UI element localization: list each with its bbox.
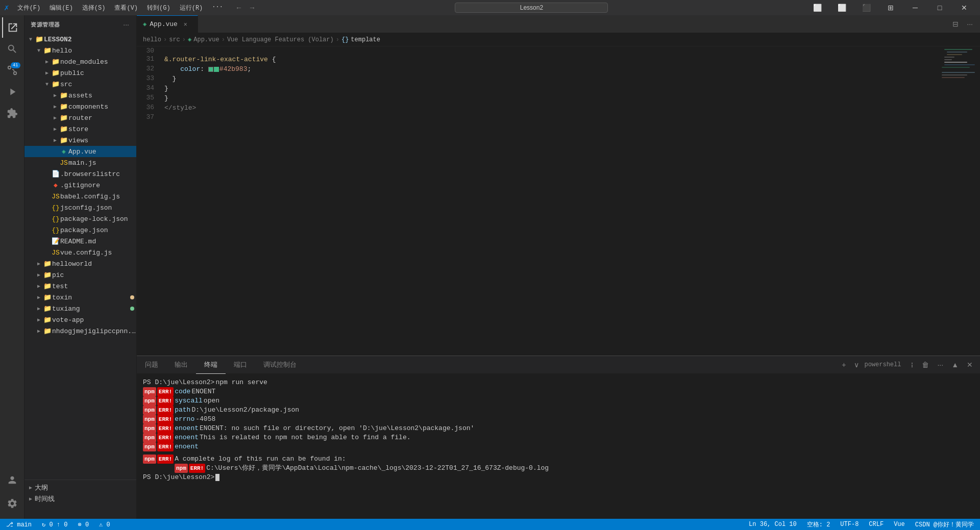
new-terminal-button[interactable]: +: [839, 360, 849, 370]
more-terminal-actions-button[interactable]: ···: [934, 360, 946, 370]
tab-close-button[interactable]: ×: [183, 20, 188, 29]
minimap[interactable]: [939, 46, 980, 148]
maximize-panel-button[interactable]: ▲: [948, 360, 962, 370]
sync-status[interactable]: ↻ 0 ↑ 0: [40, 521, 69, 528]
terminal-content[interactable]: PS D:\jue\Lesson2> npm run serve npm ERR…: [137, 374, 980, 519]
tab-app-vue[interactable]: ◈ App.vue ×: [137, 15, 198, 33]
code-line-36: 36 </style>: [137, 103, 980, 113]
activity-search-icon[interactable]: [2, 39, 22, 59]
breadcrumb-app-vue[interactable]: App.vue: [193, 36, 219, 43]
nav-forward-button[interactable]: →: [247, 3, 258, 13]
activity-source-control-icon[interactable]: 41: [2, 60, 22, 81]
panel-tab-terminal[interactable]: 终端: [196, 356, 226, 374]
tree-item-browserslistrc[interactable]: 📄 .browserslistrc: [24, 168, 136, 180]
toggle-panel-button[interactable]: ⬜: [830, 0, 853, 15]
arrow-icon: ▶: [51, 126, 59, 132]
customize-layout-button[interactable]: ⊞: [879, 0, 902, 15]
tree-item-main-js[interactable]: JS main.js: [24, 157, 136, 168]
panel-tab-debug-console[interactable]: 调试控制台: [255, 356, 305, 374]
tree-item-package-json[interactable]: {} package.json: [24, 224, 136, 236]
sidebar-more-button[interactable]: ···: [122, 19, 130, 30]
errors-status[interactable]: ⊗ 0: [76, 521, 91, 528]
tree-item-hello[interactable]: ▼ 📁 hello: [24, 45, 136, 56]
feedback-status[interactable]: CSDN @你好！黄同学: [913, 520, 976, 529]
tree-item-lesson2[interactable]: ▼ 📁 LESSON2: [24, 34, 136, 45]
tree-item-babel-config[interactable]: JS babel.config.js: [24, 191, 136, 202]
breadcrumb-src[interactable]: src: [169, 36, 180, 43]
tree-item-src[interactable]: ▼ 📁 src: [24, 79, 136, 90]
tree-item-assets[interactable]: ▶ 📁 assets: [24, 90, 136, 101]
breadcrumb-sep: ›: [163, 36, 167, 43]
eol-status[interactable]: CRLF: [867, 521, 886, 528]
breadcrumb-hello[interactable]: hello: [143, 36, 161, 43]
tree-item-router[interactable]: ▶ 📁 router: [24, 112, 136, 123]
activity-account-icon[interactable]: [2, 470, 22, 490]
activity-settings-icon[interactable]: [2, 493, 22, 514]
tree-item-nhdogjmejig[interactable]: ▶ 📁 nhdogjmejiglipccpnn...: [24, 325, 136, 337]
code-editor[interactable]: 30 31 &.router-link-exact-active { 32 co…: [137, 46, 980, 356]
menu-view[interactable]: 查看(V): [110, 3, 142, 13]
tree-item-toxin[interactable]: ▶ 📁 toxin: [24, 292, 136, 303]
activity-explorer-icon[interactable]: [2, 17, 22, 38]
tree-item-app-vue[interactable]: ◈ App.vue: [24, 146, 136, 157]
tree-item-node-modules[interactable]: ▶ 📁 node_modules: [24, 56, 136, 67]
tree-item-gitignore[interactable]: ◆ .gitignore: [24, 180, 136, 191]
language-status[interactable]: Vue: [892, 521, 907, 528]
breadcrumb-template[interactable]: template: [351, 36, 380, 43]
toggle-sidebar-button[interactable]: ⬜: [805, 0, 829, 15]
timeline-section[interactable]: ▶ 时间线: [24, 493, 136, 504]
svg-rect-3: [947, 54, 962, 55]
panel-tab-ports[interactable]: 端口: [226, 356, 255, 374]
config-file-icon: 📄: [51, 170, 60, 178]
menu-goto[interactable]: 转到(G): [143, 3, 175, 13]
arrow-icon: ▶: [51, 115, 59, 121]
tree-item-readme[interactable]: 📝 README.md: [24, 236, 136, 247]
tree-item-public[interactable]: ▶ 📁 public: [24, 67, 136, 79]
close-panel-button[interactable]: ✕: [964, 360, 976, 370]
tree-item-pic[interactable]: ▶ 📁 pic: [24, 269, 136, 281]
tree-label: .browserslistrc: [60, 170, 136, 178]
activity-run-debug-icon[interactable]: [2, 82, 22, 102]
terminal-key: syscall: [175, 396, 203, 406]
panel-tab-output[interactable]: 输出: [166, 356, 196, 374]
indentation-status[interactable]: 空格: 2: [805, 520, 832, 529]
breadcrumb-volar[interactable]: Vue Language Features (Volar): [227, 36, 334, 43]
menu-run[interactable]: 运行(R): [176, 3, 207, 13]
encoding-status[interactable]: UTF-8: [838, 521, 861, 528]
tree-item-tuxiang[interactable]: ▶ 📁 tuxiang: [24, 303, 136, 314]
maximize-button[interactable]: □: [928, 0, 951, 15]
tree-item-package-lock[interactable]: {} package-lock.json: [24, 213, 136, 224]
editor-layout-button[interactable]: ⬛: [854, 0, 878, 15]
menu-select[interactable]: 选择(S): [78, 3, 110, 13]
tree-item-components[interactable]: ▶ 📁 components: [24, 101, 136, 112]
panel-tab-problems[interactable]: 问题: [137, 356, 166, 374]
nav-back-button[interactable]: ←: [233, 3, 244, 13]
outline-section[interactable]: ▶ 大纲: [24, 482, 136, 493]
tree-item-views[interactable]: ▶ 📁 views: [24, 135, 136, 146]
split-terminal-button[interactable]: ⫶: [907, 360, 917, 370]
split-editor-button[interactable]: ⊟: [949, 19, 962, 29]
activity-extensions-icon[interactable]: [2, 103, 22, 123]
more-tab-actions-button[interactable]: ···: [964, 19, 976, 29]
close-button[interactable]: ✕: [952, 0, 976, 15]
minimize-button[interactable]: ─: [903, 0, 927, 15]
menu-file[interactable]: 文件(F): [13, 3, 45, 13]
warnings-status[interactable]: ⚠ 0: [97, 521, 112, 528]
menu-edit[interactable]: 编辑(E): [45, 3, 77, 13]
tree-item-vote-app[interactable]: ▶ 📁 vote-app: [24, 314, 136, 325]
search-input[interactable]: [455, 3, 608, 13]
git-branch-status[interactable]: ⎇ main: [4, 521, 34, 528]
err-badge: ERR!: [157, 442, 174, 451]
arrow-icon: ▶: [35, 317, 43, 323]
launch-profile-button[interactable]: ∨: [851, 360, 862, 370]
status-bar: ⎇ main ↻ 0 ↑ 0 ⊗ 0 ⚠ 0 Ln 36, Col 10 空格:…: [0, 519, 980, 530]
tree-item-store[interactable]: ▶ 📁 store: [24, 123, 136, 135]
cursor-position-status[interactable]: Ln 36, Col 10: [747, 521, 799, 528]
tree-item-helloworld[interactable]: ▶ 📁 helloworld: [24, 258, 136, 269]
tree-item-test[interactable]: ▶ 📁 test: [24, 281, 136, 292]
folder-icon: 📁: [43, 316, 52, 324]
tree-item-vue-config[interactable]: JS vue.config.js: [24, 247, 136, 258]
tree-item-jsconfig-json[interactable]: {} jsconfig.json: [24, 202, 136, 213]
menu-more[interactable]: ···: [208, 3, 227, 13]
kill-terminal-button[interactable]: 🗑: [919, 360, 932, 370]
